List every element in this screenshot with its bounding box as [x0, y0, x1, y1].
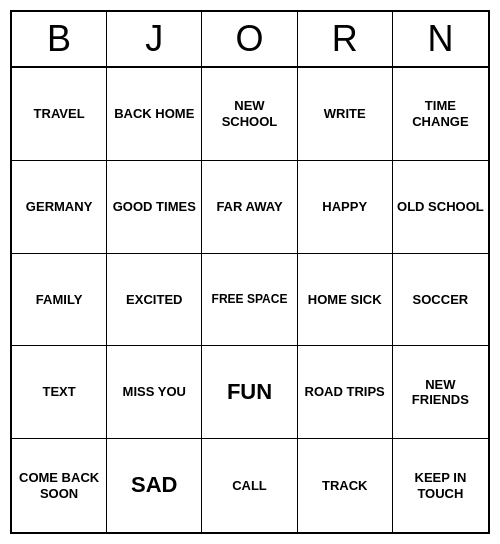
bingo-header: BJORN: [12, 12, 488, 68]
bingo-card: BJORN TRAVELBACK HOMENEW SCHOOLWRITETIME…: [10, 10, 490, 534]
bingo-cell: COME BACK SOON: [12, 439, 107, 532]
bingo-cell: TIME CHANGE: [393, 68, 488, 161]
bingo-cell: HAPPY: [298, 161, 393, 254]
bingo-cell: FAMILY: [12, 254, 107, 347]
bingo-cell: OLD SCHOOL: [393, 161, 488, 254]
bingo-cell: TRAVEL: [12, 68, 107, 161]
bingo-cell: FREE SPACE: [202, 254, 297, 347]
header-letter: N: [393, 12, 488, 66]
header-letter: O: [202, 12, 297, 66]
bingo-cell: NEW FRIENDS: [393, 346, 488, 439]
bingo-cell: MISS YOU: [107, 346, 202, 439]
bingo-cell: FUN: [202, 346, 297, 439]
bingo-cell: GOOD TIMES: [107, 161, 202, 254]
bingo-cell: SAD: [107, 439, 202, 532]
bingo-cell: FAR AWAY: [202, 161, 297, 254]
header-letter: J: [107, 12, 202, 66]
bingo-grid: TRAVELBACK HOMENEW SCHOOLWRITETIME CHANG…: [12, 68, 488, 532]
bingo-cell: NEW SCHOOL: [202, 68, 297, 161]
header-letter: B: [12, 12, 107, 66]
bingo-cell: TRACK: [298, 439, 393, 532]
bingo-cell: HOME SICK: [298, 254, 393, 347]
bingo-cell: GERMANY: [12, 161, 107, 254]
header-letter: R: [298, 12, 393, 66]
bingo-cell: TEXT: [12, 346, 107, 439]
bingo-cell: CALL: [202, 439, 297, 532]
bingo-cell: BACK HOME: [107, 68, 202, 161]
bingo-cell: SOCCER: [393, 254, 488, 347]
bingo-cell: KEEP IN TOUCH: [393, 439, 488, 532]
bingo-cell: EXCITED: [107, 254, 202, 347]
bingo-cell: ROAD TRIPS: [298, 346, 393, 439]
bingo-cell: WRITE: [298, 68, 393, 161]
